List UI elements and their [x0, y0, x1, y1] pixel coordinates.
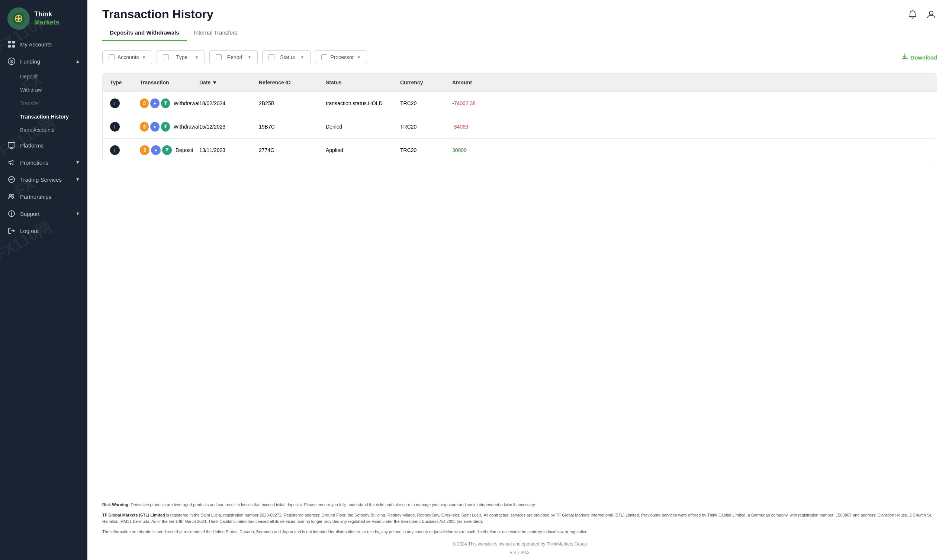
col-transaction: Transaction: [140, 80, 199, 85]
main-content: Transaction History Deposits and Withdra…: [87, 0, 952, 560]
col-status: Status: [326, 80, 400, 85]
transaction-table: Type Transaction Date ▼ Reference ID Sta…: [102, 73, 937, 162]
row2-info[interactable]: i: [110, 122, 140, 131]
type-chevron-icon: ▼: [195, 55, 199, 59]
download-button[interactable]: Download: [901, 53, 937, 62]
row3-status: Applied: [326, 147, 400, 153]
topbar-icons: [907, 9, 937, 20]
sidebar-sub-withdraw[interactable]: Withdraw: [0, 83, 87, 97]
sidebar-item-partnerships[interactable]: Partnerships: [0, 188, 87, 205]
download-icon: [901, 53, 908, 62]
row3-currency: TRC20: [400, 147, 452, 153]
row1-amount: -74062.38: [452, 100, 504, 106]
col-currency: Currency: [400, 80, 452, 85]
filters-row: Accounts ▼ Type ▼ Period ▼ Status ▼ Proc…: [102, 50, 937, 64]
processor-checkbox: [321, 54, 327, 60]
funding-icon: $: [8, 57, 15, 65]
info-icon[interactable]: i: [110, 99, 120, 108]
type-filter-label: Type: [172, 54, 192, 60]
sidebar-item-promotions[interactable]: Promotions ▼: [0, 154, 87, 171]
table-row: i ₿ ♦ ₮ Withdrawal 18/02/2024 2B25B tran…: [103, 91, 937, 115]
row2-reference: 19B7C: [259, 124, 326, 130]
logo-markets: Markets: [34, 19, 60, 27]
row1-type-label: Withdrawal: [174, 100, 199, 106]
row1-type-icons: ₿ ♦ ₮ Withdrawal: [140, 99, 199, 108]
tab-internal-transfers[interactable]: Internal Transfers: [187, 25, 245, 41]
svg-rect-3: [8, 41, 11, 43]
footer: Risk Warning: Derivative products are le…: [87, 494, 952, 560]
table-row: i ₿ ♦ ₮ Deposit 13/11/2023 2774C Applied…: [103, 138, 937, 162]
page-title: Transaction History: [102, 8, 213, 21]
filter-type[interactable]: Type ▼: [156, 50, 205, 64]
sidebar-funding-label: Funding: [20, 58, 71, 65]
logo-think: Think: [34, 11, 60, 19]
logo: Think Markets: [0, 0, 87, 34]
sidebar-item-funding[interactable]: $ Funding ▲: [0, 53, 87, 70]
accounts-chevron-icon: ▼: [142, 55, 146, 59]
row1-currency: TRC20: [400, 100, 452, 106]
btc-icon: ₿: [140, 99, 149, 108]
filter-processor[interactable]: Processor ▼: [315, 50, 367, 64]
period-chevron-icon: ▼: [248, 55, 252, 59]
sidebar-item-my-accounts[interactable]: My Accounts: [0, 35, 87, 53]
filter-period[interactable]: Period ▼: [209, 50, 258, 64]
monitor-icon: [8, 141, 15, 150]
info-icon[interactable]: i: [110, 145, 120, 155]
row3-date: 13/11/2023: [199, 147, 259, 153]
funding-chevron: ▲: [76, 59, 80, 64]
tf-global: TF Global Markets (STL) Limited is regis…: [102, 512, 937, 525]
risk-warning-text: Derivative products are leveraged produc…: [131, 502, 536, 507]
sidebar-sub-transfer[interactable]: Transfer: [0, 97, 87, 110]
notification-icon[interactable]: [907, 9, 918, 20]
sidebar-item-trading-services[interactable]: Trading Services ▼: [0, 171, 87, 188]
eth-icon: ♦: [151, 145, 161, 155]
sidebar-sub-deposit[interactable]: Deposit: [0, 70, 87, 83]
footer-version: v 3.7.49.3: [102, 549, 937, 556]
sidebar-item-platforms[interactable]: Platforms: [0, 137, 87, 154]
sort-icon: ▼: [212, 80, 217, 85]
sidebar-trading-label: Trading Services: [20, 176, 71, 183]
btc-icon: ₿: [140, 145, 150, 155]
filter-accounts[interactable]: Accounts ▼: [102, 50, 152, 64]
sidebar-item-logout[interactable]: Log out: [0, 222, 87, 239]
tab-deposits-withdrawals[interactable]: Deposits and Withdrawals: [102, 25, 187, 41]
table-header: Type Transaction Date ▼ Reference ID Sta…: [103, 74, 937, 91]
period-checkbox: [216, 54, 222, 60]
row1-info[interactable]: i: [110, 99, 140, 108]
download-label: Download: [910, 54, 937, 60]
info-circle-icon: i: [8, 210, 15, 218]
trading-chevron: ▼: [76, 177, 80, 182]
col-date[interactable]: Date ▼: [199, 80, 259, 85]
tabs-container: Deposits and Withdrawals Internal Transf…: [87, 25, 952, 41]
grid-icon: [8, 40, 15, 48]
svg-rect-4: [12, 41, 15, 43]
logout-icon: [8, 227, 15, 235]
sidebar-item-label: My Accounts: [20, 41, 80, 48]
svg-point-2: [17, 17, 20, 20]
support-chevron: ▼: [76, 211, 80, 216]
row3-reference: 2774C: [259, 147, 326, 153]
sidebar-item-support[interactable]: i Support ▼: [0, 205, 87, 222]
status-chevron-icon: ▼: [300, 55, 304, 59]
row2-amount: -34069: [452, 124, 504, 130]
sidebar-sub-bank-accounts[interactable]: Bank Accounts: [0, 123, 87, 137]
svg-text:$: $: [11, 59, 13, 64]
status-checkbox: [269, 54, 274, 60]
filter-status[interactable]: Status ▼: [262, 50, 311, 64]
usdt-icon: ₮: [162, 145, 172, 155]
col-type: Type: [110, 80, 140, 85]
footer-copyright: © 2024 This website is owned and operate…: [102, 541, 937, 548]
sidebar-sub-transaction-history[interactable]: Transaction History: [0, 110, 87, 123]
footer-info: The information on this site is not dire…: [102, 529, 937, 535]
tf-text: is registered in the Saint Lucia, regist…: [102, 513, 932, 524]
processor-filter-label: Processor: [330, 54, 354, 60]
row1-status: transaction.status.HOLD: [326, 100, 400, 106]
usdt-icon: ₮: [161, 122, 170, 131]
profile-icon[interactable]: [925, 9, 937, 20]
logo-icon: [8, 8, 30, 30]
row1-date: 18/02/2024: [199, 100, 259, 106]
info-icon[interactable]: i: [110, 122, 120, 131]
table-row: i ₿ ♦ ₮ Withdrawal 15/12/2023 19B7C Deni…: [103, 115, 937, 138]
row3-info[interactable]: i: [110, 145, 140, 155]
svg-rect-5: [8, 45, 11, 48]
